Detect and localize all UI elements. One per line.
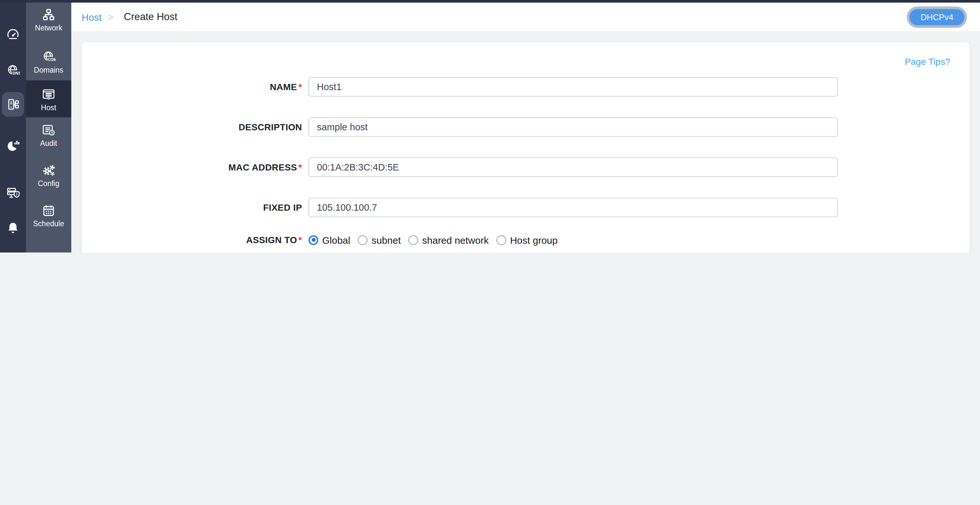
sidebar-item-schedule[interactable]: Schedule [26, 204, 71, 228]
required-asterisk: * [299, 82, 302, 92]
assign-to-radio-group: Global subnet shared network Host group [309, 234, 838, 245]
dashboard-icon[interactable] [6, 27, 20, 41]
assign-to-radio-host-group[interactable]: Host group [496, 234, 558, 245]
config-gears-icon [41, 163, 56, 178]
breadcrumb-host-link[interactable]: Host [82, 11, 102, 22]
radio-selected-icon [309, 235, 318, 245]
name-field-row: NAME* [82, 77, 970, 97]
svg-text:DNS: DNS [12, 71, 20, 75]
create-host-form: NAME* DESCRIPTION MAC ADDRESS* FIXED IP … [82, 77, 970, 253]
sidebar-item-host[interactable]: Host [26, 80, 71, 117]
audit-log-icon [41, 123, 56, 137]
page-tips-link[interactable]: Page Tips? [905, 56, 950, 67]
mac-address-field-row: MAC ADDRESS* [82, 158, 970, 177]
radio-icon [496, 235, 506, 245]
host-server-icon [41, 88, 56, 102]
top-border-strip [0, 0, 980, 3]
svg-text:COM: COM [48, 57, 56, 62]
name-label: NAME [270, 82, 297, 92]
assign-to-radio-global[interactable]: Global [309, 234, 350, 245]
ipam-icon[interactable] [6, 97, 20, 112]
description-label: DESCRIPTION [239, 122, 302, 132]
secondary-sidebar: Network COM Domains Host Au [26, 0, 71, 253]
svg-text:!: ! [16, 192, 18, 197]
required-asterisk: * [299, 235, 302, 245]
description-input[interactable] [309, 117, 838, 137]
top-bar: Host > Create Host DHCPv4 [71, 3, 980, 31]
required-asterisk: * [299, 162, 302, 172]
network-tree-icon [41, 8, 56, 22]
sidebar-item-config[interactable]: Config [26, 163, 71, 187]
sidebar-item-audit[interactable]: Audit [26, 123, 71, 147]
analytics-pie-icon[interactable] [6, 139, 20, 153]
assign-to-label: ASSIGN TO [246, 235, 297, 245]
domains-globe-icon: COM [41, 50, 56, 64]
sidebar-item-domains[interactable]: COM Domains [26, 50, 71, 74]
mac-address-label: MAC ADDRESS [229, 162, 297, 172]
fixed-ip-label: FIXED IP [263, 202, 302, 213]
assign-to-field-row: ASSIGN TO* Global subnet shared network … [82, 231, 970, 248]
assign-to-radio-subnet[interactable]: subnet [358, 234, 401, 245]
create-host-form-card: Page Tips? NAME* DESCRIPTION MAC ADDRESS… [82, 42, 970, 253]
notifications-bell-icon[interactable] [6, 221, 20, 235]
description-field-row: DESCRIPTION [82, 117, 970, 137]
radio-icon [409, 235, 418, 245]
fixed-ip-input[interactable] [309, 198, 838, 217]
dns-icon[interactable]: DNS [6, 64, 20, 78]
mac-address-input[interactable] [309, 158, 838, 177]
assign-to-radio-shared-network[interactable]: shared network [409, 234, 489, 245]
server-alert-icon[interactable]: ! [6, 186, 20, 200]
fixed-ip-field-row: FIXED IP [82, 198, 970, 217]
app-root: DNS ! [0, 0, 980, 253]
page-title: Create Host [124, 11, 177, 23]
breadcrumb-separator: > [108, 12, 113, 22]
primary-sidebar: DNS ! [0, 0, 26, 253]
schedule-calendar-icon [41, 204, 56, 218]
radio-icon [358, 235, 368, 245]
sidebar-item-network[interactable]: Network [26, 8, 71, 32]
name-input[interactable] [309, 77, 838, 97]
dhcpv4-mode-button[interactable]: DHCPv4 [910, 9, 964, 25]
